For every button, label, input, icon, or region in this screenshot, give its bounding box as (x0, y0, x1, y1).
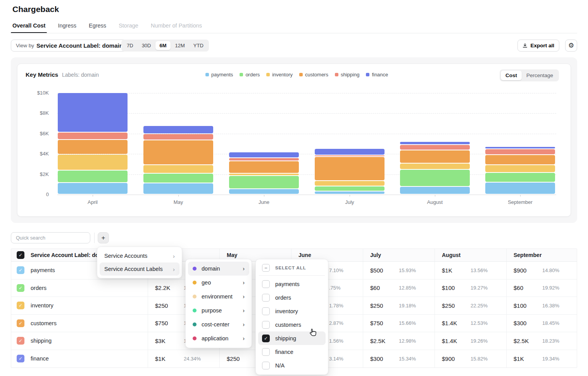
legend-item-shipping[interactable]: shipping (335, 72, 359, 78)
cell-value: $900 (442, 355, 471, 362)
value-checkbox-orders[interactable] (262, 294, 270, 302)
value-option-label: shipping (275, 335, 296, 342)
submenu-item-cost-center[interactable]: cost-center› (188, 317, 249, 331)
label-color-dot (193, 281, 197, 285)
value-checkbox-na[interactable] (262, 362, 270, 369)
tab-overall-cost[interactable]: Overall Cost (12, 22, 45, 33)
bar-segment-shipping (229, 158, 299, 160)
legend-item-inventory[interactable]: inventory (266, 72, 293, 78)
gridline (57, 113, 556, 114)
bar-segment-inventory (485, 165, 555, 172)
value-option-inventory[interactable]: inventory (258, 304, 326, 318)
menu-item-service-account-labels[interactable]: Service Account Labels› (100, 262, 179, 276)
bar-segment-payments (485, 183, 555, 194)
y-axis-label: 0 (26, 191, 49, 197)
export-all-button[interactable]: Export all (517, 40, 559, 52)
cell-value: $300 (370, 355, 399, 362)
range-30d[interactable]: 30D (138, 41, 155, 50)
submenu-item-application[interactable]: application› (188, 331, 249, 345)
value-option-finance[interactable]: finance (258, 345, 326, 359)
submenu-item-label: purpose (202, 307, 238, 314)
legend-label: finance (372, 72, 388, 78)
value-checkbox-finance[interactable] (262, 348, 270, 356)
cell-july: $2.5K12.98% (363, 332, 435, 350)
row-checkbox-shipping[interactable]: ✓ (17, 337, 24, 345)
view-by-prefix: View by (16, 43, 34, 48)
cell-value: $3K (155, 338, 184, 344)
legend-swatch-customers (299, 73, 303, 76)
range-6m[interactable]: 6M (155, 41, 170, 50)
time-range-group: 7D30D6M12MYTD (121, 40, 209, 52)
range-12m[interactable]: 12M (171, 41, 189, 50)
legend-item-orders[interactable]: orders (240, 72, 260, 78)
row-checkbox-inventory[interactable]: ✓ (17, 302, 24, 309)
bar-segment-orders (400, 170, 470, 186)
bar-segment-shipping (400, 145, 470, 150)
value-checkbox-customers[interactable] (262, 321, 270, 329)
bar-segment-payments (315, 191, 385, 194)
tab-bar-divider (11, 33, 577, 33)
cell-percentage: 19.18% (399, 303, 416, 309)
value-option-orders[interactable]: orders (258, 291, 326, 304)
legend-item-finance[interactable]: finance (366, 72, 388, 78)
range-ytd[interactable]: YTD (190, 41, 207, 50)
tab-number-of-partitions[interactable]: Number of Partitions (151, 22, 202, 33)
chart-baseline (57, 195, 556, 195)
row-label: customers (31, 320, 57, 326)
bar-segment-orders (229, 176, 299, 188)
value-option-customers[interactable]: customers (258, 318, 326, 331)
cell-value: $1K (514, 355, 542, 362)
submenu-item-environment[interactable]: environment› (188, 290, 249, 304)
bar-segment-inventory (58, 155, 128, 170)
submenu-item-purpose[interactable]: purpose› (188, 304, 249, 317)
service-account-labels-submenu: domain›geo›environment›purpose›cost-cent… (185, 259, 252, 348)
row-checkbox-payments[interactable]: ✓ (17, 266, 24, 274)
legend-label: payments (211, 72, 233, 78)
submenu-item-domain[interactable]: domain› (188, 262, 249, 276)
bar-segment-inventory (143, 165, 213, 173)
select-all-rows-checkbox[interactable]: ✓ (17, 251, 24, 259)
add-menu: Service Accounts›Service Account Labels› (97, 247, 182, 278)
cell-value: $1.4K (442, 320, 471, 326)
legend-item-payments[interactable]: payments (205, 72, 233, 78)
value-option-payments[interactable]: payments (258, 277, 326, 291)
cell-value: $250 (227, 355, 255, 362)
range-7d[interactable]: 7D (123, 41, 137, 50)
menu-item-service-accounts[interactable]: Service Accounts› (100, 249, 179, 262)
column-header-july: July (363, 249, 435, 261)
toggle-cost[interactable]: Cost (501, 71, 522, 80)
view-by-dropdown[interactable]: View by Service Account Label: domain (11, 40, 134, 52)
row-checkbox-finance[interactable]: ✓ (17, 355, 24, 362)
page-title: Chargeback (12, 5, 59, 14)
bar-segment-shipping (485, 149, 555, 154)
submenu-item-geo[interactable]: geo› (188, 276, 249, 290)
row-checkbox-customers[interactable]: ✓ (17, 319, 24, 327)
value-option-shipping[interactable]: ✓shipping (258, 331, 326, 345)
row-checkbox-orders[interactable]: ✓ (17, 284, 24, 292)
menu-item-label: Service Account Labels (104, 266, 163, 272)
select-all-row[interactable]: −SELECT ALL (258, 262, 326, 274)
settings-button[interactable]: ⚙ (565, 40, 577, 52)
column-header-label: August (442, 252, 460, 258)
tab-storage[interactable]: Storage (119, 22, 138, 33)
select-all-checkbox[interactable]: − (262, 264, 270, 272)
legend-item-customers[interactable]: customers (299, 72, 328, 78)
bar-segment-finance (485, 147, 555, 149)
submenu-item-label: application (202, 335, 238, 342)
value-checkbox-inventory[interactable] (262, 307, 270, 315)
tab-egress[interactable]: Egress (89, 22, 106, 33)
row-label-cell: ✓shipping (11, 332, 148, 350)
value-checkbox-shipping[interactable]: ✓ (262, 335, 270, 342)
cell-july: $6012.85% (363, 279, 435, 297)
cell-percentage: 19.26% (471, 338, 488, 344)
menu-item-label: Service Accounts (104, 253, 147, 259)
tab-ingress[interactable]: Ingress (58, 22, 76, 33)
add-column-button[interactable]: + (98, 232, 109, 243)
toggle-percentage[interactable]: Percentage (522, 71, 558, 80)
value-option-na[interactable]: N/A (258, 359, 326, 372)
value-checkbox-payments[interactable] (262, 280, 270, 288)
search-input[interactable] (11, 232, 90, 243)
cell-value: $100 (442, 285, 471, 291)
chevron-right-icon: › (243, 321, 245, 328)
download-icon (522, 43, 528, 48)
